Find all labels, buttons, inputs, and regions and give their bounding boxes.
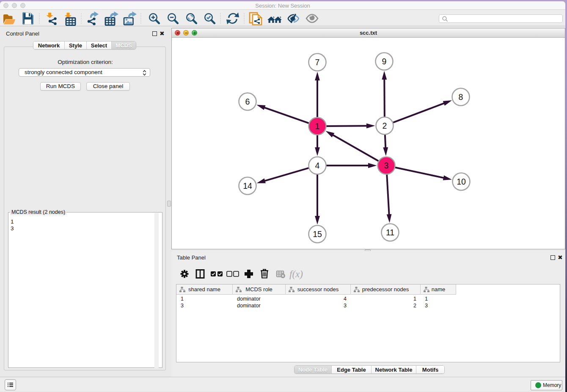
svg-text:3: 3 [384,161,389,170]
svg-text:6: 6 [245,97,250,106]
svg-text:8: 8 [459,92,463,102]
svg-text:9: 9 [382,57,387,66]
svg-text:1: 1 [315,121,320,131]
svg-text:15: 15 [313,229,322,239]
svg-text:7: 7 [315,58,320,67]
svg-text:14: 14 [243,181,252,190]
svg-text:f(x): f(x) [289,269,303,279]
svg-text:11: 11 [386,228,394,237]
svg-text:2: 2 [383,121,387,130]
svg-text:4: 4 [315,161,320,170]
svg-text:10: 10 [457,177,466,186]
